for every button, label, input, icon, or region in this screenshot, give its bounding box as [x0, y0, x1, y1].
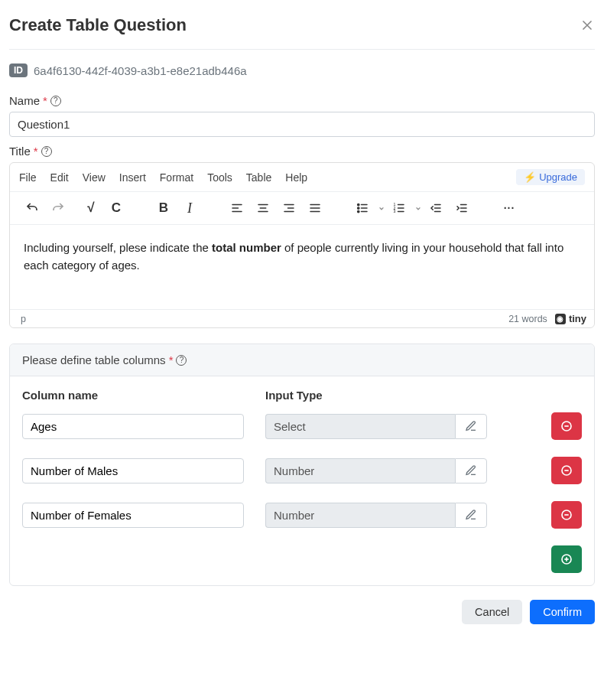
menu-tools[interactable]: Tools	[207, 171, 232, 184]
rich-text-editor: File Edit View Insert Format Tools Table…	[9, 162, 595, 328]
column-row: Number	[22, 457, 582, 484]
add-column-button[interactable]	[551, 545, 582, 573]
chevron-down-icon[interactable]	[377, 202, 385, 214]
help-icon[interactable]: ?	[50, 96, 61, 106]
section-label: Please define table columns	[22, 353, 166, 366]
column-header-type: Input Type	[265, 389, 487, 402]
menu-edit[interactable]: Edit	[50, 171, 69, 184]
menu-view[interactable]: View	[83, 171, 106, 184]
align-center-button[interactable]	[252, 197, 274, 220]
chevron-down-icon[interactable]	[414, 202, 421, 214]
id-value: 6a4f6130-442f-4039-a3b1-e8e21adb446a	[34, 64, 247, 77]
editor-content[interactable]: Including yourself, plese indicate the t…	[10, 225, 594, 309]
column-name-input[interactable]	[22, 414, 244, 439]
align-justify-button[interactable]	[304, 197, 326, 220]
edit-type-button[interactable]	[455, 414, 487, 439]
italic-button[interactable]: I	[178, 197, 201, 220]
indent-button[interactable]	[450, 197, 473, 220]
bullet-list-button[interactable]	[351, 197, 374, 220]
confirm-button[interactable]: Confirm	[530, 600, 595, 624]
modal-title: Create Table Question	[9, 15, 187, 35]
status-words: 21 words	[508, 314, 547, 324]
required-marker: *	[34, 145, 38, 158]
edit-type-button[interactable]	[455, 503, 487, 528]
id-badge: ID	[9, 63, 28, 77]
upgrade-button[interactable]: ⚡ Upgrade	[516, 169, 585, 185]
align-right-button[interactable]	[278, 197, 300, 220]
status-path[interactable]: p	[18, 314, 26, 324]
numbered-list-button[interactable]: 123	[388, 197, 411, 220]
required-marker: *	[43, 94, 47, 107]
tiny-logo-text: tiny	[569, 313, 586, 324]
math-button[interactable]: √	[79, 197, 102, 220]
input-type-display: Number	[265, 503, 455, 528]
tiny-logo[interactable]: ◉ tiny	[555, 313, 586, 324]
upgrade-label: Upgrade	[539, 171, 577, 183]
undo-button[interactable]	[21, 197, 44, 220]
svg-point-16	[358, 210, 359, 212]
remove-column-button[interactable]	[551, 412, 582, 440]
menu-format[interactable]: Format	[160, 171, 193, 184]
help-icon[interactable]: ?	[176, 355, 187, 366]
redo-button[interactable]	[47, 197, 70, 220]
input-type-display: Number	[265, 458, 455, 483]
column-row: Number	[22, 501, 582, 529]
svg-point-14	[358, 207, 359, 209]
close-button[interactable]	[580, 18, 595, 33]
outdent-button[interactable]	[424, 197, 447, 220]
remove-column-button[interactable]	[551, 501, 582, 529]
menu-insert[interactable]: Insert	[119, 171, 146, 184]
column-name-input[interactable]	[22, 458, 244, 483]
input-type-display: Select	[265, 414, 455, 439]
menu-table[interactable]: Table	[246, 171, 271, 184]
tiny-mark-icon: ◉	[555, 314, 566, 324]
name-label: Name	[9, 94, 40, 107]
menu-help[interactable]: Help	[285, 171, 307, 184]
edit-type-button[interactable]	[455, 458, 487, 483]
content-text: Including yourself, plese indicate the	[24, 241, 212, 254]
more-button[interactable]: ···	[498, 197, 521, 220]
name-input[interactable]	[9, 112, 595, 137]
column-row: Select	[22, 412, 582, 440]
remove-column-button[interactable]	[551, 457, 582, 484]
align-left-button[interactable]	[226, 197, 248, 220]
content-bold: total number	[212, 241, 281, 254]
bolt-icon: ⚡	[524, 171, 536, 183]
column-name-input[interactable]	[22, 503, 244, 528]
svg-point-12	[358, 203, 359, 205]
cancel-button[interactable]: Cancel	[462, 600, 522, 624]
help-icon[interactable]: ?	[41, 146, 52, 157]
bold-button[interactable]: B	[152, 197, 175, 220]
code-button[interactable]: C	[105, 197, 128, 220]
column-header-name: Column name	[22, 389, 244, 402]
svg-text:3: 3	[394, 209, 396, 213]
required-marker: *	[169, 353, 174, 366]
menu-file[interactable]: File	[19, 171, 37, 184]
title-label: Title	[9, 145, 31, 158]
